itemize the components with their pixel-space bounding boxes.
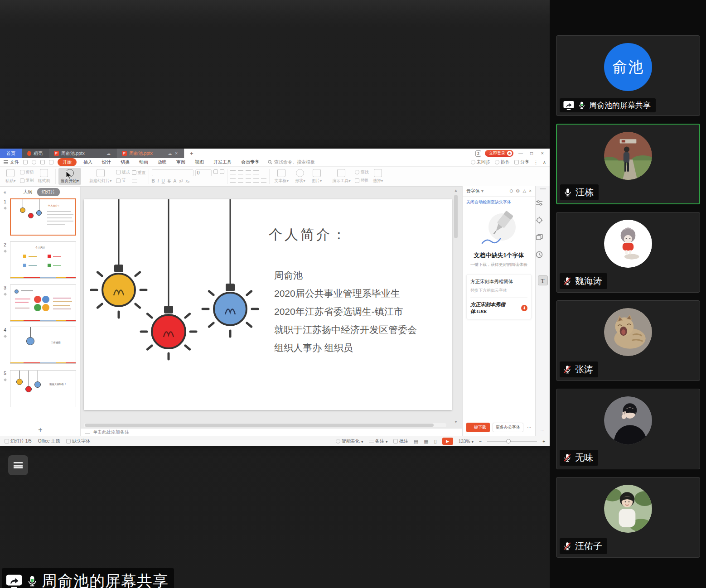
download-font-icon[interactable]: ⬇ (521, 305, 527, 311)
replace-button[interactable]: 替换 (355, 178, 369, 183)
copy-button[interactable]: 复制 (20, 178, 34, 183)
redo-icon[interactable] (49, 160, 53, 164)
participant-tile[interactable]: 张涛 (556, 300, 700, 381)
layout-button[interactable]: 版式 (116, 169, 130, 175)
indent-icon[interactable] (246, 170, 251, 174)
participant-tile[interactable]: 无味 (556, 389, 700, 469)
slide-thumbnail-2[interactable]: 个人简介 (10, 241, 76, 279)
more-fonts-button[interactable]: 更多办公字体 (493, 423, 523, 432)
bullet-list-icon[interactable] (230, 170, 236, 174)
justify-icon[interactable] (253, 178, 259, 183)
command-search[interactable]: 查找命令、搜索模板 (268, 159, 315, 165)
superscript-button[interactable]: x² (179, 178, 183, 183)
beautify-button[interactable]: 智能美化▾ (336, 438, 363, 444)
slide-sorter-view-button[interactable]: ▦ (424, 439, 428, 444)
settings-gear-icon[interactable]: ⚙ (516, 188, 520, 193)
menu-tab-view[interactable]: 视图 (192, 159, 207, 166)
cut-button[interactable]: 剪切 (20, 169, 34, 175)
restore-button[interactable]: □ (528, 151, 535, 156)
zoom-level[interactable]: 133%▾ (459, 439, 474, 444)
assistant-icon[interactable] (536, 217, 543, 224)
properties-sliders-icon[interactable] (536, 199, 543, 207)
picture-button[interactable]: 图片▾ (309, 168, 324, 185)
close-panel-icon[interactable]: × (529, 188, 532, 193)
menu-tab-animation[interactable]: 动画 (136, 159, 151, 166)
participant-tile-sharer[interactable]: 俞池 周俞池的屏幕共享 (556, 35, 700, 116)
zoom-slider-knob[interactable] (506, 439, 511, 443)
minimize-button[interactable]: — (517, 151, 524, 156)
presentation-tools-button[interactable]: 演示工具▾ (330, 168, 353, 185)
tab-document-1[interactable]: P周俞池.pptx☁ (48, 149, 116, 158)
panel-more-icon[interactable]: ⋯ (527, 425, 532, 430)
scroll-thumb[interactable] (85, 424, 434, 427)
notes-toggle-button[interactable]: 备注▾ (369, 438, 388, 444)
menu-tab-transition[interactable]: 切换 (118, 159, 132, 166)
shape-button[interactable]: 形状▾ (293, 168, 308, 185)
download-all-button[interactable]: 一键下载 (466, 423, 490, 432)
collapse-panel-icon[interactable]: « (4, 190, 6, 195)
tab-home[interactable]: 首页 (0, 149, 22, 158)
menu-tab-slideshow[interactable]: 放映 (155, 159, 169, 166)
font-color-button[interactable]: A (174, 178, 177, 183)
participant-tile[interactable]: 汪栋 (556, 124, 700, 204)
more-menu-icon[interactable]: ⋮ (534, 160, 538, 165)
add-slide-button[interactable]: + (0, 426, 81, 434)
toolbar-more-icon[interactable]: ⋯ (536, 429, 550, 433)
font-size-input[interactable]: 0 (195, 169, 212, 176)
columns-icon[interactable] (261, 178, 266, 183)
undo-icon[interactable] (40, 160, 45, 164)
login-button[interactable]: 立即登录☻ (485, 150, 513, 157)
slide-thumbnail-1[interactable]: 个人简介： (10, 198, 76, 236)
theme-name[interactable]: Office 主题 (38, 438, 60, 444)
share-button[interactable]: 分享 (514, 159, 529, 165)
zoom-slider[interactable] (487, 441, 537, 442)
meeting-list-button[interactable] (8, 455, 28, 475)
sync-status[interactable]: 未同步 (471, 159, 490, 165)
tab-docer[interactable]: 稻壳 (22, 149, 48, 158)
caret-down-icon[interactable]: ▾ (481, 188, 484, 193)
font-name-input[interactable] (152, 169, 193, 176)
notification-bell-icon[interactable]: △ (522, 188, 526, 193)
line-spacing-icon[interactable] (253, 170, 259, 174)
reading-view-button[interactable]: ▯ (434, 439, 437, 444)
select-button[interactable]: 选择▾ (371, 168, 386, 185)
menu-tab-insert[interactable]: 插入 (81, 159, 95, 166)
align-right-icon[interactable] (246, 178, 251, 183)
slides-tab[interactable]: 幻灯片 (37, 188, 60, 196)
history-clock-icon[interactable] (536, 251, 543, 258)
reset-button[interactable]: 重置 (132, 170, 146, 176)
close-button[interactable]: × (539, 151, 546, 156)
collaborate-button[interactable]: 协作 (495, 159, 510, 165)
slide-thumbnail-5[interactable]: 谢谢大家聆听！ (10, 370, 76, 407)
participant-tile[interactable]: 魏海涛 (556, 212, 700, 293)
menu-tab-member[interactable]: 会员专享 (238, 159, 262, 166)
save-icon[interactable] (23, 160, 28, 164)
notes-bar[interactable]: 单击此处添加备注 (81, 428, 462, 436)
bold-button[interactable]: B (152, 178, 155, 183)
new-slide-button[interactable]: 新建幻灯片▾ (87, 168, 114, 185)
slide-thumbnail-3[interactable] (10, 284, 76, 322)
print-icon[interactable] (32, 160, 36, 164)
tab-document-2-active[interactable]: P周俞池.pptx☁× (116, 149, 184, 158)
windows-panel-icon[interactable] (536, 234, 543, 241)
increase-font-icon[interactable] (213, 169, 218, 174)
textbox-button[interactable]: 文本框▾ (272, 168, 291, 185)
disable-autodetect-link[interactable]: 关闭自动检测至缺失字体 (463, 197, 535, 205)
subscript-button[interactable]: x₂ (186, 178, 190, 183)
number-list-icon[interactable] (238, 170, 243, 174)
paste-button[interactable]: 粘贴▾ (3, 168, 18, 185)
horizontal-scrollbar[interactable] (84, 423, 446, 427)
decrease-font-icon[interactable] (220, 169, 224, 174)
vertical-scrollbar[interactable]: ▲ ▼ (453, 188, 459, 424)
scroll-thumb[interactable] (454, 195, 458, 238)
align-center-icon[interactable] (238, 178, 243, 183)
minimize-panel-icon[interactable]: ⊖ (509, 188, 513, 193)
italic-button[interactable]: I (158, 178, 159, 183)
new-tab-button[interactable]: + (184, 149, 199, 158)
strike-button[interactable]: S (168, 178, 171, 183)
menu-tab-home[interactable]: 开始 (58, 158, 77, 166)
missing-font-status[interactable]: 缺失字体 (72, 438, 90, 444)
zoom-in-button[interactable]: + (542, 439, 545, 444)
normal-view-button[interactable]: ▤ (414, 439, 418, 444)
menu-tab-design[interactable]: 设计 (99, 159, 114, 166)
